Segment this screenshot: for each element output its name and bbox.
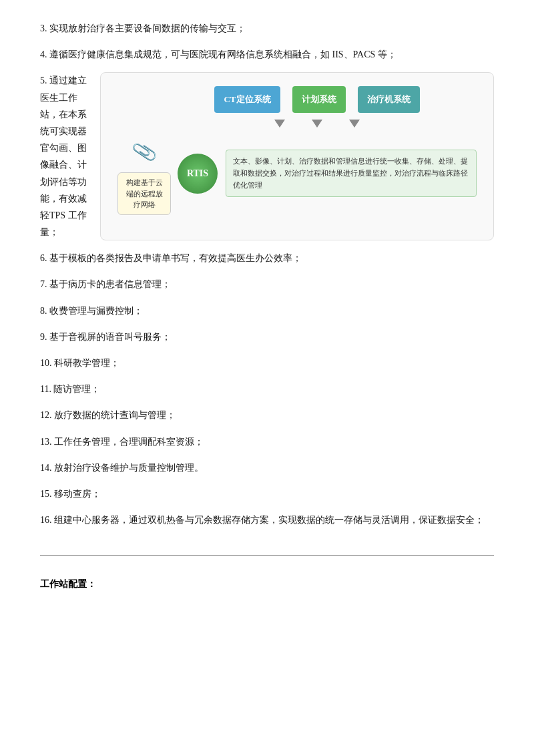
section-heading: 工作站配置： [40,576,494,592]
line-6: 6. 基于模板的各类报告及申请单书写，有效提高医生办公效率； [40,250,494,266]
arrow-treatment [349,120,360,128]
line-12: 12. 放疗数据的统计查询与管理； [40,407,494,423]
main-content: 3. 实现放射治疗各主要设备间数据的传输与交互； 4. 遵循医疗健康信息集成规范… [40,20,494,593]
arrows-row [274,120,360,128]
treatment-system-box: 治疗机系统 [358,86,420,112]
line-8: 8. 收费管理与漏费控制； [40,303,494,319]
plan-system-box: 计划系统 [292,86,346,112]
line-16: 16. 组建中心服务器，通过双机热备与冗余数据存储方案，实现数据的统一存储与灵活… [40,512,494,528]
rtis-diagram: CT定位系统 计划系统 治疗机系统 📎 构建基于云端的远程放疗网络 [100,72,494,240]
line5-with-diagram: 5. 通过建立医生工作站，在本系统可实现器官勾画、图像融合、计划评估等功能，有效… [40,72,494,240]
line-4: 4. 遵循医疗健康信息集成规范，可与医院现有网络信息系统相融合，如 IIS、PA… [40,46,494,63]
section-heading-container: 工作站配置： [40,555,494,592]
rtis-row: 📎 构建基于云端的远程放疗网络 RTIS 文本、影像、计划、治疗数据和管理信息进… [117,132,477,215]
rtis-circle: RTIS [178,154,218,194]
line-11: 11. 随访管理； [40,381,494,397]
rtis-label: RTIS [187,165,208,182]
line-7: 7. 基于病历卡的患者信息管理； [40,276,494,293]
cloud-section: 📎 构建基于云端的远程放疗网络 [117,136,171,215]
arrow-plan [312,120,322,128]
line5-text: 5. 通过建立医生工作站，在本系统可实现器官勾画、图像融合、计划评估等功能，有效… [40,72,93,240]
ct-system-box: CT定位系统 [214,86,280,112]
top-system-boxes: CT定位系统 计划系统 治疗机系统 [214,86,419,112]
line-14: 14. 放射治疗设备维护与质量控制管理。 [40,459,494,476]
paperclip-icon: 📎 [129,133,160,172]
line-10: 10. 科研教学管理； [40,355,494,371]
diagram-inner: CT定位系统 计划系统 治疗机系统 📎 构建基于云端的远程放疗网络 [117,86,477,214]
section-divider [40,555,494,556]
cloud-text-box: 构建基于云端的远程放疗网络 [117,172,171,215]
line-3: 3. 实现放射治疗各主要设备间数据的传输与交互； [40,20,494,37]
line-13: 13. 工作任务管理，合理调配科室资源； [40,433,494,450]
line-9: 9. 基于音视屏的语音叫号服务； [40,329,494,345]
rtis-description: 文本、影像、计划、治疗数据和管理信息进行统一收集、存储、处理、提取和数据交换，对… [226,150,477,197]
line-15: 15. 移动查房； [40,486,494,502]
arrow-ct [274,120,285,128]
